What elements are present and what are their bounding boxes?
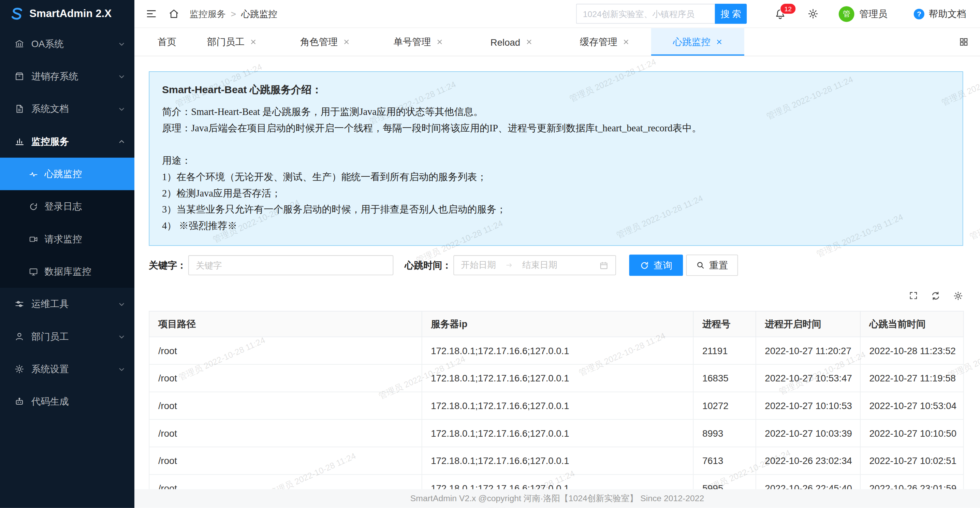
inventory-box-icon [14,71,24,81]
user-name: 管理员 [859,8,888,20]
sidebar-item-docs[interactable]: 系统文档 [0,92,134,125]
date-end-placeholder: 结束日期 [522,260,557,271]
keyword-input[interactable] [188,255,393,275]
sidebar-item-label: 进销存系统 [31,70,118,82]
close-icon[interactable] [437,39,443,45]
sidebar-item-label: 部门员工 [31,331,118,342]
chevron-down-icon [118,333,125,340]
table-cell: 7613 [693,447,756,475]
table-cell: 16835 [693,365,756,392]
home-icon[interactable] [168,8,180,19]
sidebar-item-settings[interactable]: 系统设置 [0,353,134,385]
table-cell: 172.18.0.1;172.17.16.6;127.0.0.1 [422,392,694,420]
tab-label: 部门员工 [207,36,245,48]
sidebar-item-staff[interactable]: 部门员工 [0,320,134,353]
tab-role-manage[interactable]: 角色管理 [278,28,371,56]
tabs-overview-icon[interactable] [959,28,969,56]
table-cell: /root [149,447,422,475]
notification-badge: 12 [780,3,796,14]
breadcrumb-root[interactable]: 监控服务 [190,8,226,20]
person-icon [14,331,24,341]
tab-dept-staff[interactable]: 部门员工 [185,28,278,56]
help-docs-link[interactable]: ? 帮助文档 [914,8,966,20]
tab-label: 角色管理 [300,36,338,48]
date-range-picker[interactable]: 开始日期 结束日期 [453,255,616,275]
sidebar-item-monitoring[interactable]: 监控服务 [0,125,134,158]
global-search: 搜 索 [576,4,747,24]
heartbeat-table: 项目路径 服务器ip 进程号 进程开启时间 心跳当前时间 /root 172.1… [149,311,964,502]
app-title: SmartAdmin 2.X [29,8,111,20]
robot-icon [14,397,24,406]
collapse-sidebar-icon[interactable] [146,8,157,19]
intro-panel: Smart-Heart-Beat 心跳服务介绍： 简介：Smart-Heart-… [149,71,963,246]
table-cell: 2022-10-26 23:02:34 [756,447,860,475]
sidebar-item-codegen[interactable]: 代码生成 [0,385,134,417]
table-header-row: 项目路径 服务器ip 进程号 进程开启时间 心跳当前时间 [149,311,963,337]
search-button[interactable]: 搜 索 [715,4,747,24]
app-logo: SmartAdmin 2.X [0,0,134,28]
sidebar-item-login-log[interactable]: 登录日志 [0,190,134,223]
reset-button[interactable]: 重置 [686,255,738,275]
close-icon[interactable] [344,39,350,45]
sidebar-item-label: 系统设置 [31,363,118,375]
sidebar-item-label: 登录日志 [45,201,82,213]
date-start-placeholder: 开始日期 [461,260,496,271]
close-icon[interactable] [623,39,629,45]
main-area: 监控服务 > 心跳监控 搜 索 12 管 管理员 ? 帮助文档 [134,0,980,508]
tab-cache-manage[interactable]: 缓存管理 [558,28,651,56]
monitor-screen-icon [29,267,38,276]
query-button[interactable]: 查询 [629,255,683,275]
tab-home[interactable]: 首页 [149,28,185,56]
table-cell: 172.18.0.1;172.17.16.6;127.0.0.1 [422,419,694,447]
sidebar-item-label: 数据库监控 [45,266,91,277]
heartbeat-icon [29,169,38,179]
tab-reload[interactable]: Reload [465,28,558,56]
sidebar-item-db-monitor[interactable]: 数据库监控 [0,255,134,288]
sidebar-item-label: 系统文档 [31,103,118,115]
table-cell: 2022-10-27 10:03:39 [756,419,860,447]
notifications[interactable]: 12 [774,8,786,20]
tab-serial-manage[interactable]: 单号管理 [371,28,465,56]
page-content: Smart-Heart-Beat 心跳服务介绍： 简介：Smart-Heart-… [134,56,980,508]
table-row: /root 172.18.0.1;172.17.16.6;127.0.0.1 8… [149,419,963,447]
close-icon[interactable] [526,39,532,45]
table-row: /root 172.18.0.1;172.17.16.6;127.0.0.1 1… [149,392,963,420]
document-icon [14,104,24,114]
app-root: SmartAdmin 2.X OA系统 进销存系统 系统文档 监控服务 心跳监控 [0,0,980,508]
gear-icon[interactable] [807,8,819,19]
user-menu[interactable]: 管 管理员 [839,6,888,21]
table-cell: 2022-10-27 10:53:47 [756,365,860,392]
intro-line: 2）检测Java应用是否存活； [162,185,950,202]
top-header: 监控服务 > 心跳监控 搜 索 12 管 管理员 ? 帮助文档 [134,0,980,28]
table-cell: 2022-10-27 11:20:27 [756,337,860,365]
search-input[interactable] [576,4,715,24]
sidebar-item-heartbeat[interactable]: 心跳监控 [0,158,134,190]
chevron-down-icon [118,366,125,373]
table-settings-gear-icon[interactable] [953,291,963,301]
close-icon[interactable] [250,39,256,45]
tab-heartbeat-monitor[interactable]: 心跳监控 [651,28,744,56]
sidebar-item-ops-tools[interactable]: 运维工具 [0,288,134,320]
sidebar-item-oa[interactable]: OA系统 [0,28,134,60]
intro-line: 4） ※强烈推荐※ [162,218,950,234]
sidebar-item-label: 运维工具 [31,298,118,310]
table-header-cell: 服务器ip [422,311,694,337]
intro-line: 原理：Java后端会在项目启动的时候开启一个线程，每隔一段时间将该应用的IP、进… [162,120,950,137]
heartbeat-time-label: 心跳时间： [404,259,452,271]
table-cell: 2022-10-27 10:10:50 [860,419,964,447]
table-cell: 21191 [693,337,756,365]
intro-line: 3）当某些业务只允许有一个服务启动的时候，用于排查是否别人也启动的服务； [162,201,950,218]
table-cell: 172.18.0.1;172.17.16.6;127.0.0.1 [422,447,694,475]
fullscreen-icon[interactable] [909,291,918,301]
sidebar-item-label: 代码生成 [31,396,125,408]
reset-label: 重置 [709,259,728,271]
table-cell: 2022-10-27 10:53:04 [860,392,964,420]
table-cell: 172.18.0.1;172.17.16.6;127.0.0.1 [422,365,694,392]
sidebar-item-request-monitor[interactable]: 请求监控 [0,223,134,255]
sidebar-item-inventory[interactable]: 进销存系统 [0,60,134,92]
sidebar-submenu-monitoring: 心跳监控 登录日志 请求监控 数据库监控 [0,158,134,288]
close-icon[interactable] [716,39,722,45]
refresh-icon[interactable] [931,291,940,301]
intro-title: Smart-Heart-Beat 心跳服务介绍： [162,83,950,97]
intro-line: 用途： [162,153,950,169]
